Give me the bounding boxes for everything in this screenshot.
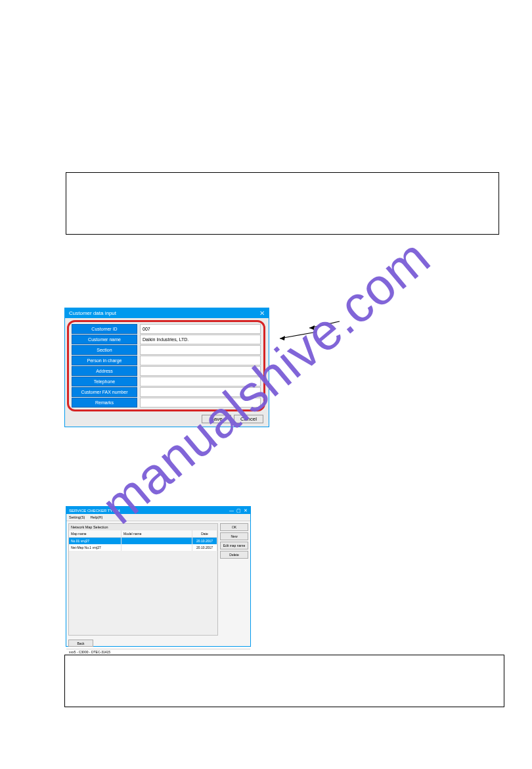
label-customer-name: Customer name: [72, 335, 137, 344]
menu-help[interactable]: Help(H): [90, 515, 102, 519]
input-fax[interactable]: [140, 387, 261, 397]
form-row-fax: Customer FAX number: [72, 387, 261, 397]
side-button-column: OK New Edit map name Delete: [218, 523, 248, 636]
service-checker-dialog: SERVICE CHECKER TYPE4 — ▢ ✕ Setting(S) H…: [66, 506, 251, 647]
close-icon[interactable]: ✕: [259, 310, 265, 317]
cell-name: No.01 vrvj27: [69, 538, 122, 544]
dialog2-titlebar: SERVICE CHECKER TYPE4 — ▢ ✕: [66, 507, 250, 514]
form-row-customer-name: Customer name: [72, 335, 261, 344]
label-remarks: Remarks: [72, 398, 137, 408]
cell-model: [122, 544, 192, 551]
grid-row-selected[interactable]: No.01 vrvj27 20.10.2017: [69, 538, 217, 544]
edit-map-name-button[interactable]: Edit map name: [220, 542, 248, 549]
panel-header: Network Map Selection: [69, 524, 217, 530]
label-fax: Customer FAX number: [72, 387, 137, 397]
input-person[interactable]: [140, 356, 261, 365]
col-header-model: Model name: [122, 530, 192, 537]
save-button[interactable]: Save: [202, 415, 231, 423]
grid-rows: No.01 vrvj27 20.10.2017 Net-Map No.1 vrv…: [69, 538, 217, 635]
close-icon[interactable]: ✕: [244, 508, 248, 513]
svg-marker-3: [280, 336, 285, 340]
input-section[interactable]: [140, 345, 261, 355]
input-remarks[interactable]: [140, 398, 261, 408]
svg-marker-1: [309, 325, 315, 330]
dialog2-body: Network Map Selection Map name Model nam…: [66, 521, 250, 638]
cell-model: [122, 538, 192, 544]
col-header-date: Date: [192, 530, 217, 537]
ok-button[interactable]: OK: [220, 523, 248, 531]
customer-data-dialog: Customer data input ✕ Customer ID Custom…: [64, 308, 269, 427]
menubar: Setting(S) Help(H): [66, 514, 250, 521]
window-controls: — ▢ ✕: [229, 508, 248, 513]
form-row-telephone: Telephone: [72, 377, 261, 386]
label-customer-id: Customer ID: [72, 324, 137, 334]
map-list-panel: Network Map Selection Map name Model nam…: [68, 523, 218, 636]
form-row-customer-id: Customer ID: [72, 324, 261, 334]
input-customer-name[interactable]: [140, 335, 261, 344]
form-row-person: Person in charge: [72, 356, 261, 365]
back-button[interactable]: Back: [68, 640, 93, 647]
form-row-remarks: Remarks: [72, 398, 261, 408]
col-header-name: Map name: [69, 530, 122, 537]
label-section: Section: [72, 345, 137, 355]
maximize-icon[interactable]: ▢: [236, 508, 241, 513]
grid-row[interactable]: Net-Map No.1 vrvj27 20.10.2017: [69, 544, 217, 551]
cell-name: Net-Map No.1 vrvj27: [69, 544, 122, 551]
cancel-button[interactable]: Cancel: [234, 415, 263, 423]
label-address: Address: [72, 366, 137, 376]
grid-header: Map name Model name Date: [69, 530, 217, 538]
highlighted-form-area: Customer ID Customer name Section Person…: [67, 320, 265, 411]
arrow-annotation-2: [278, 331, 318, 344]
label-person: Person in charge: [72, 356, 137, 365]
dialog2-title: SERVICE CHECKER TYPE4: [69, 509, 120, 513]
dialog-titlebar: Customer data input ✕: [65, 308, 269, 318]
cell-date: 20.10.2017: [192, 538, 217, 544]
dialog-button-row: Save Cancel: [65, 413, 269, 427]
input-telephone[interactable]: [140, 377, 261, 386]
svg-line-2: [280, 332, 317, 338]
input-address[interactable]: [140, 366, 261, 376]
menu-setting[interactable]: Setting(S): [69, 515, 85, 519]
label-telephone: Telephone: [72, 377, 137, 386]
svg-line-0: [309, 321, 340, 328]
form-row-section: Section: [72, 345, 261, 355]
minimize-icon[interactable]: —: [229, 508, 234, 513]
status-bar: xxx5 - C3000 - DTEC-31415: [66, 649, 250, 655]
form-row-address: Address: [72, 366, 261, 376]
content-box-top: [66, 172, 499, 235]
new-button[interactable]: New: [220, 532, 248, 540]
delete-button[interactable]: Delete: [220, 551, 248, 559]
cell-date: 20.10.2017: [192, 544, 217, 551]
dialog-title: Customer data input: [69, 310, 116, 316]
input-customer-id[interactable]: [140, 324, 261, 334]
dialog2-footer: Back: [66, 638, 250, 649]
content-box-bottom: [64, 655, 504, 707]
arrow-annotation-1: [308, 320, 341, 333]
